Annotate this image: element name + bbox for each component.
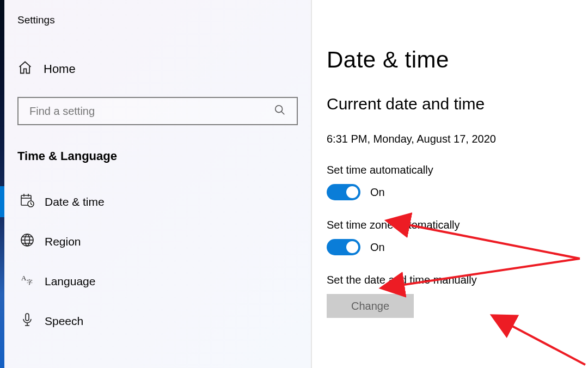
svg-text:字: 字 [27, 279, 33, 285]
sidebar-item-language[interactable]: A 字 Language [4, 261, 311, 301]
set-tz-auto-toggle[interactable] [327, 239, 360, 255]
sidebar-item-label: Date & time [45, 195, 105, 208]
set-time-auto-state: On [370, 186, 385, 199]
sidebar: Settings Home Time & Language [4, 0, 312, 368]
microphone-icon [20, 312, 35, 330]
search-icon [274, 104, 286, 119]
sidebar-category: Time & Language [17, 149, 311, 163]
globe-icon [20, 232, 35, 250]
search-input[interactable] [29, 105, 235, 118]
svg-rect-12 [26, 314, 29, 321]
app-title: Settings [4, 0, 311, 26]
set-time-auto-label: Set time automatically [327, 164, 583, 176]
sidebar-item-region[interactable]: Region [4, 222, 311, 261]
svg-point-0 [275, 105, 283, 112]
search-box[interactable] [17, 97, 298, 125]
set-tz-auto-label: Set time zone automatically [327, 219, 583, 231]
manual-set-label: Set the date and time manually [327, 274, 583, 286]
calendar-clock-icon [20, 193, 35, 211]
sidebar-item-date-time[interactable]: Date & time [4, 182, 311, 222]
svg-line-1 [281, 111, 285, 114]
current-datetime-value: 6:31 PM, Monday, August 17, 2020 [327, 133, 583, 145]
window-left-edge [0, 0, 4, 368]
toggle-knob [346, 241, 358, 253]
current-datetime-heading: Current date and time [327, 95, 583, 113]
sidebar-nav: Date & time Region A 字 [4, 182, 311, 341]
page-title: Date & time [327, 47, 583, 73]
set-tz-auto-state: On [370, 241, 385, 254]
svg-text:A: A [21, 274, 27, 282]
main-content: Date & time Current date and time 6:31 P… [327, 0, 583, 368]
toggle-knob [346, 186, 358, 198]
home-icon [17, 60, 33, 78]
sidebar-home[interactable]: Home [4, 60, 311, 78]
sidebar-home-label: Home [44, 62, 76, 76]
sidebar-item-label: Region [45, 235, 81, 248]
change-button: Change [327, 294, 414, 318]
sidebar-item-speech[interactable]: Speech [4, 301, 311, 341]
sidebar-item-label: Language [45, 275, 95, 288]
sidebar-item-label: Speech [45, 315, 83, 328]
set-time-auto-toggle[interactable] [327, 184, 360, 200]
language-icon: A 字 [20, 272, 35, 290]
